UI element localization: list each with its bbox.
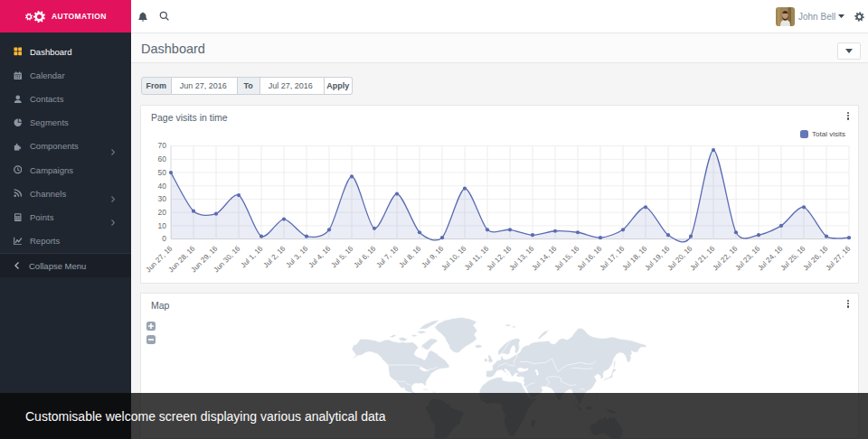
svg-text:70: 70: [158, 141, 167, 150]
svg-text:Jul 1, 16: Jul 1, 16: [240, 244, 265, 269]
svg-text:Jul 2, 16: Jul 2, 16: [262, 244, 288, 269]
svg-text:Jul 5, 16: Jul 5, 16: [330, 244, 355, 269]
svg-text:40: 40: [158, 182, 167, 191]
svg-text:Jul 7, 16: Jul 7, 16: [375, 244, 401, 269]
svg-text:Jul 6, 16: Jul 6, 16: [353, 244, 378, 269]
svg-text:20: 20: [158, 208, 167, 217]
svg-text:10: 10: [158, 221, 167, 230]
svg-text:Jul 27, 16: Jul 27, 16: [825, 244, 853, 272]
svg-text:Jul 4, 16: Jul 4, 16: [307, 244, 333, 269]
svg-text:0: 0: [162, 234, 166, 243]
svg-text:Jul 8, 16: Jul 8, 16: [398, 244, 423, 269]
svg-text:30: 30: [158, 194, 167, 203]
svg-text:Jul 3, 16: Jul 3, 16: [285, 244, 310, 269]
svg-text:60: 60: [158, 154, 167, 163]
svg-text:50: 50: [158, 168, 167, 177]
